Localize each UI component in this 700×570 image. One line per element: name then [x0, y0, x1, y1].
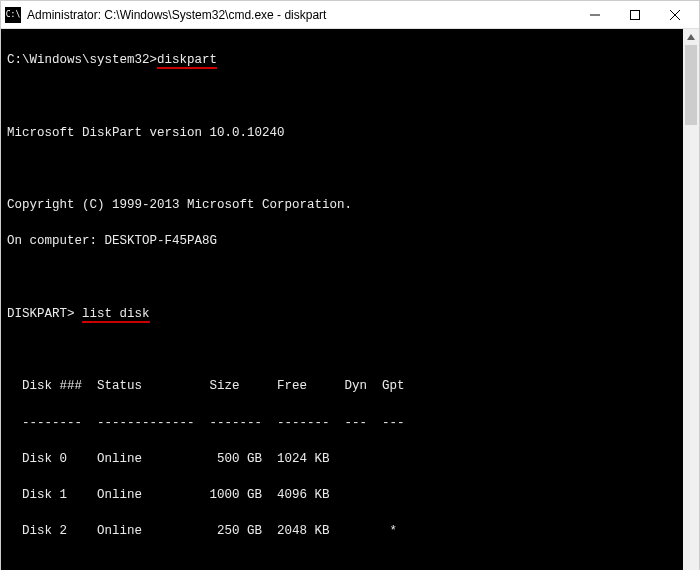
copyright-line: Copyright (C) 1999-2013 Microsoft Corpor…: [7, 196, 677, 214]
minimize-button[interactable]: [575, 1, 615, 29]
table-row: Disk 1 Online 1000 GB 4096 KB: [7, 486, 677, 504]
app-icon: C:\: [5, 7, 21, 23]
scrollbar[interactable]: [683, 29, 699, 570]
window-controls: [575, 1, 695, 29]
diskpart-prompt: DISKPART>: [7, 307, 82, 321]
version-line: Microsoft DiskPart version 10.0.10240: [7, 124, 677, 142]
table-row: Disk 0 Online 500 GB 1024 KB: [7, 450, 677, 468]
close-button[interactable]: [655, 1, 695, 29]
window-title: Administrator: C:\Windows\System32\cmd.e…: [27, 8, 575, 22]
console-area: C:\Windows\system32>diskpart Microsoft D…: [1, 29, 699, 570]
scroll-up-icon[interactable]: [683, 29, 699, 45]
cmd-window: C:\ Administrator: C:\Windows\System32\c…: [0, 0, 700, 570]
console-output[interactable]: C:\Windows\system32>diskpart Microsoft D…: [1, 29, 683, 570]
disk-divider: -------- ------------- ------- ------- -…: [7, 414, 677, 432]
svg-marker-4: [687, 34, 695, 40]
titlebar[interactable]: C:\ Administrator: C:\Windows\System32\c…: [1, 1, 699, 29]
cmd-list-disk: list disk: [82, 307, 150, 323]
scroll-thumb[interactable]: [685, 45, 697, 125]
computer-line: On computer: DESKTOP-F45PA8G: [7, 232, 677, 250]
cmd-diskpart: diskpart: [157, 53, 217, 69]
cmd-prompt: C:\Windows\system32>: [7, 53, 157, 67]
svg-rect-1: [631, 10, 640, 19]
maximize-button[interactable]: [615, 1, 655, 29]
disk-header: Disk ### Status Size Free Dyn Gpt: [7, 377, 677, 395]
table-row: Disk 2 Online 250 GB 2048 KB *: [7, 522, 677, 540]
